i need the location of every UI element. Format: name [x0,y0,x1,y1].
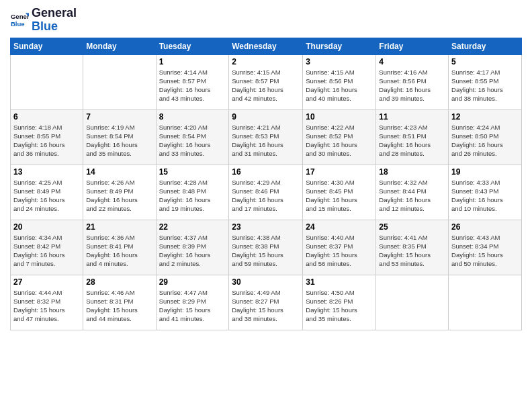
day-cell: 18Sunrise: 4:32 AM Sunset: 8:44 PM Dayli… [376,165,449,220]
day-info: Sunrise: 4:38 AM Sunset: 8:38 PM Dayligh… [232,233,300,269]
day-info: Sunrise: 4:28 AM Sunset: 8:48 PM Dayligh… [159,178,226,214]
day-number: 23 [232,222,300,232]
week-row-5: 27Sunrise: 4:44 AM Sunset: 8:32 PM Dayli… [11,275,522,330]
day-info: Sunrise: 4:20 AM Sunset: 8:54 PM Dayligh… [159,123,226,158]
day-cell: 2Sunrise: 4:15 AM Sunset: 8:57 PM Daylig… [229,54,303,109]
day-info: Sunrise: 4:34 AM Sunset: 8:42 PM Dayligh… [13,233,80,269]
day-cell: 14Sunrise: 4:26 AM Sunset: 8:49 PM Dayli… [83,165,156,220]
day-cell: 7Sunrise: 4:19 AM Sunset: 8:54 PM Daylig… [83,109,156,165]
day-info: Sunrise: 4:43 AM Sunset: 8:34 PM Dayligh… [451,233,519,269]
weekday-header-sunday: Sunday [11,38,83,54]
day-number: 14 [86,167,152,177]
day-info: Sunrise: 4:16 AM Sunset: 8:56 PM Dayligh… [379,68,445,103]
day-cell: 30Sunrise: 4:49 AM Sunset: 8:27 PM Dayli… [229,275,303,330]
day-cell: 8Sunrise: 4:20 AM Sunset: 8:54 PM Daylig… [156,109,229,165]
day-number: 11 [379,112,445,122]
day-info: Sunrise: 4:49 AM Sunset: 8:27 PM Dayligh… [232,288,300,324]
day-cell: 5Sunrise: 4:17 AM Sunset: 8:55 PM Daylig… [449,54,522,109]
day-info: Sunrise: 4:21 AM Sunset: 8:53 PM Dayligh… [232,123,300,158]
day-info: Sunrise: 4:15 AM Sunset: 8:56 PM Dayligh… [306,68,373,103]
weekday-header-wednesday: Wednesday [229,38,303,54]
day-info: Sunrise: 4:46 AM Sunset: 8:31 PM Dayligh… [86,288,152,324]
day-info: Sunrise: 4:40 AM Sunset: 8:37 PM Dayligh… [306,233,373,269]
day-cell: 25Sunrise: 4:41 AM Sunset: 8:35 PM Dayli… [376,220,449,275]
weekday-header-tuesday: Tuesday [156,38,229,54]
day-cell: 3Sunrise: 4:15 AM Sunset: 8:56 PM Daylig… [303,54,376,109]
day-number: 24 [306,222,373,232]
day-cell: 21Sunrise: 4:36 AM Sunset: 8:41 PM Dayli… [83,220,156,275]
week-row-1: 1Sunrise: 4:14 AM Sunset: 8:57 PM Daylig… [11,54,522,109]
day-info: Sunrise: 4:29 AM Sunset: 8:46 PM Dayligh… [232,178,300,214]
calendar-container: General Blue General Blue SundayMondayTu… [0,0,532,337]
day-number: 2 [232,57,300,66]
day-info: Sunrise: 4:15 AM Sunset: 8:57 PM Dayligh… [232,68,300,103]
day-number: 29 [159,277,226,287]
day-cell [449,275,522,330]
day-info: Sunrise: 4:32 AM Sunset: 8:44 PM Dayligh… [379,178,445,214]
day-info: Sunrise: 4:47 AM Sunset: 8:29 PM Dayligh… [159,288,226,324]
day-cell: 29Sunrise: 4:47 AM Sunset: 8:29 PM Dayli… [156,275,229,330]
day-info: Sunrise: 4:36 AM Sunset: 8:41 PM Dayligh… [86,233,152,269]
logo-text-general: General [32,7,77,20]
day-cell: 23Sunrise: 4:38 AM Sunset: 8:38 PM Dayli… [229,220,303,275]
day-number: 28 [86,277,152,287]
day-info: Sunrise: 4:23 AM Sunset: 8:51 PM Dayligh… [379,123,445,158]
day-cell: 13Sunrise: 4:25 AM Sunset: 8:49 PM Dayli… [11,165,83,220]
day-number: 5 [451,57,519,66]
day-number: 9 [232,112,300,122]
day-cell [11,54,83,109]
week-row-3: 13Sunrise: 4:25 AM Sunset: 8:49 PM Dayli… [11,165,522,220]
day-cell: 10Sunrise: 4:22 AM Sunset: 8:52 PM Dayli… [303,109,376,165]
weekday-header-thursday: Thursday [303,38,376,54]
day-cell: 27Sunrise: 4:44 AM Sunset: 8:32 PM Dayli… [11,275,83,330]
day-cell: 20Sunrise: 4:34 AM Sunset: 8:42 PM Dayli… [11,220,83,275]
day-number: 15 [159,167,226,177]
day-cell: 19Sunrise: 4:33 AM Sunset: 8:43 PM Dayli… [449,165,522,220]
day-number: 18 [379,167,445,177]
day-number: 4 [379,57,445,66]
day-info: Sunrise: 4:18 AM Sunset: 8:55 PM Dayligh… [13,123,80,158]
week-row-2: 6Sunrise: 4:18 AM Sunset: 8:55 PM Daylig… [11,109,522,165]
logo-text-blue: Blue [32,20,77,34]
day-number: 13 [13,167,80,177]
day-cell: 31Sunrise: 4:50 AM Sunset: 8:26 PM Dayli… [303,275,376,330]
calendar-table: SundayMondayTuesdayWednesdayThursdayFrid… [10,38,522,330]
day-info: Sunrise: 4:44 AM Sunset: 8:32 PM Dayligh… [13,288,80,324]
day-cell: 28Sunrise: 4:46 AM Sunset: 8:31 PM Dayli… [83,275,156,330]
day-number: 6 [13,112,80,122]
day-info: Sunrise: 4:14 AM Sunset: 8:57 PM Dayligh… [159,68,226,103]
svg-text:General: General [11,13,29,20]
day-number: 22 [159,222,226,232]
day-number: 10 [306,112,373,122]
day-number: 26 [451,222,519,232]
day-cell [376,275,449,330]
day-cell: 26Sunrise: 4:43 AM Sunset: 8:34 PM Dayli… [449,220,522,275]
day-cell [83,54,156,109]
day-number: 27 [13,277,80,287]
logo-icon: General Blue [10,11,29,30]
weekday-header-friday: Friday [376,38,449,54]
day-cell: 4Sunrise: 4:16 AM Sunset: 8:56 PM Daylig… [376,54,449,109]
day-number: 17 [306,167,373,177]
day-info: Sunrise: 4:33 AM Sunset: 8:43 PM Dayligh… [451,178,519,214]
day-info: Sunrise: 4:24 AM Sunset: 8:50 PM Dayligh… [451,123,519,158]
day-cell: 16Sunrise: 4:29 AM Sunset: 8:46 PM Dayli… [229,165,303,220]
logo: General Blue General Blue [10,7,77,34]
day-number: 12 [451,112,519,122]
day-number: 20 [13,222,80,232]
weekday-header-saturday: Saturday [449,38,522,54]
day-cell: 12Sunrise: 4:24 AM Sunset: 8:50 PM Dayli… [449,109,522,165]
day-info: Sunrise: 4:25 AM Sunset: 8:49 PM Dayligh… [13,178,80,214]
day-number: 1 [159,57,226,66]
day-cell: 22Sunrise: 4:37 AM Sunset: 8:39 PM Dayli… [156,220,229,275]
day-number: 19 [451,167,519,177]
week-row-4: 20Sunrise: 4:34 AM Sunset: 8:42 PM Dayli… [11,220,522,275]
day-info: Sunrise: 4:17 AM Sunset: 8:55 PM Dayligh… [451,68,519,103]
day-info: Sunrise: 4:30 AM Sunset: 8:45 PM Dayligh… [306,178,373,214]
day-number: 8 [159,112,226,122]
day-cell: 6Sunrise: 4:18 AM Sunset: 8:55 PM Daylig… [11,109,83,165]
day-cell: 24Sunrise: 4:40 AM Sunset: 8:37 PM Dayli… [303,220,376,275]
day-number: 7 [86,112,152,122]
day-info: Sunrise: 4:19 AM Sunset: 8:54 PM Dayligh… [86,123,152,158]
day-number: 3 [306,57,373,66]
